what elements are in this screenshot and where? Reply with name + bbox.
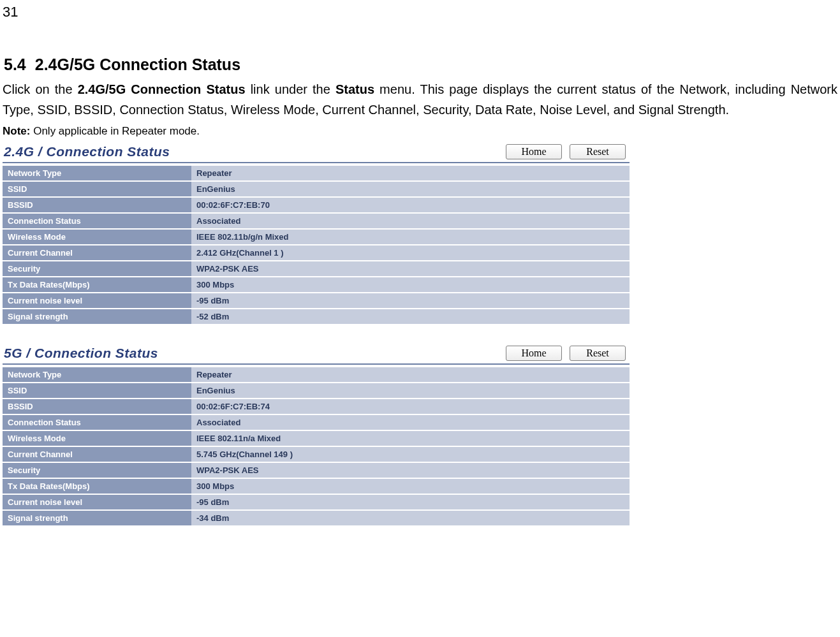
value-connection-status: Associated — [191, 213, 630, 229]
label-current-channel: Current Channel — [3, 245, 191, 261]
table-row: SSIDEnGenius — [3, 181, 630, 197]
label-connection-status: Connection Status — [3, 414, 191, 430]
value-current-channel: 2.412 GHz(Channel 1 ) — [191, 245, 630, 261]
value-wireless-mode: IEEE 802.11b/g/n Mixed — [191, 229, 630, 245]
table-row: BSSID00:02:6F:C7:EB:74 — [3, 399, 630, 414]
table-row: SecurityWPA2-PSK AES — [3, 261, 630, 277]
table-row: Current noise level-95 dBm — [3, 494, 630, 510]
value-bssid: 00:02:6F:C7:EB:74 — [191, 399, 630, 414]
label-current-noise: Current noise level — [3, 494, 191, 510]
section-title: 2.4G/5G Connection Status — [35, 55, 240, 73]
table-row: Tx Data Rates(Mbps)300 Mbps — [3, 478, 630, 494]
panel-title-2g: 2.4G / Connection Status — [4, 144, 170, 159]
home-button[interactable]: Home — [506, 144, 562, 159]
table-row: Tx Data Rates(Mbps)300 Mbps — [3, 277, 630, 293]
table-row: Wireless ModeIEEE 802.11n/a Mixed — [3, 430, 630, 446]
label-wireless-mode: Wireless Mode — [3, 229, 191, 245]
label-security: Security — [3, 261, 191, 277]
table-row: Network TypeRepeater — [3, 367, 630, 383]
value-current-noise: -95 dBm — [191, 494, 630, 510]
label-connection-status: Connection Status — [3, 213, 191, 229]
status-table-5g: Network TypeRepeater SSIDEnGenius BSSID0… — [3, 367, 630, 527]
table-row: Current Channel2.412 GHz(Channel 1 ) — [3, 245, 630, 261]
home-button[interactable]: Home — [506, 346, 562, 361]
value-wireless-mode: IEEE 802.11n/a Mixed — [191, 430, 630, 446]
table-row: Signal strength-34 dBm — [3, 510, 630, 526]
label-bssid: BSSID — [3, 197, 191, 213]
label-current-channel: Current Channel — [3, 446, 191, 462]
connection-status-panel-2g: 2.4G / Connection Status Home Reset Netw… — [3, 143, 630, 325]
reset-button[interactable]: Reset — [570, 144, 626, 159]
connection-status-panel-5g: 5G / Connection Status Home Reset Networ… — [3, 344, 630, 527]
note-line: Note: Only applicable in Repeater mode. — [3, 125, 837, 138]
label-security: Security — [3, 462, 191, 478]
intro-paragraph: Click on the 2.4G/5G Connection Status l… — [3, 79, 837, 120]
value-security: WPA2-PSK AES — [191, 462, 630, 478]
value-network-type: Repeater — [191, 367, 630, 383]
table-row: SSIDEnGenius — [3, 383, 630, 399]
value-bssid: 00:02:6F:C7:EB:70 — [191, 197, 630, 213]
table-row: Connection StatusAssociated — [3, 414, 630, 430]
note-label: Note: — [3, 125, 30, 137]
divider — [3, 363, 630, 365]
value-signal-strength: -52 dBm — [191, 309, 630, 325]
value-connection-status: Associated — [191, 414, 630, 430]
value-ssid: EnGenius — [191, 181, 630, 197]
label-signal-strength: Signal strength — [3, 510, 191, 526]
table-row: Connection StatusAssociated — [3, 213, 630, 229]
note-text: Only applicable in Repeater mode. — [30, 125, 200, 137]
section-number: 5.4 — [4, 55, 26, 73]
table-row: SecurityWPA2-PSK AES — [3, 462, 630, 478]
value-tx-data-rates: 300 Mbps — [191, 277, 630, 293]
label-network-type: Network Type — [3, 367, 191, 383]
label-bssid: BSSID — [3, 399, 191, 414]
label-tx-data-rates: Tx Data Rates(Mbps) — [3, 277, 191, 293]
label-network-type: Network Type — [3, 166, 191, 181]
value-signal-strength: -34 dBm — [191, 510, 630, 526]
table-row: BSSID00:02:6F:C7:EB:70 — [3, 197, 630, 213]
value-network-type: Repeater — [191, 166, 630, 181]
intro-mid1: link under the — [246, 82, 335, 96]
intro-bold-link: 2.4G/5G Connection Status — [78, 82, 246, 96]
label-signal-strength: Signal strength — [3, 309, 191, 325]
label-wireless-mode: Wireless Mode — [3, 430, 191, 446]
divider — [3, 162, 630, 163]
reset-button[interactable]: Reset — [570, 346, 626, 361]
table-row: Network TypeRepeater — [3, 166, 630, 181]
table-row: Current Channel5.745 GHz(Channel 149 ) — [3, 446, 630, 462]
label-ssid: SSID — [3, 383, 191, 399]
label-current-noise: Current noise level — [3, 293, 191, 309]
panel-title-5g: 5G / Connection Status — [4, 346, 158, 361]
value-tx-data-rates: 300 Mbps — [191, 478, 630, 494]
intro-bold-menu: Status — [335, 82, 374, 96]
label-ssid: SSID — [3, 181, 191, 197]
section-heading: 5.42.4G/5G Connection Status — [4, 55, 837, 74]
intro-pre: Click on the — [3, 82, 78, 96]
value-current-channel: 5.745 GHz(Channel 149 ) — [191, 446, 630, 462]
value-current-noise: -95 dBm — [191, 293, 630, 309]
table-row: Current noise level-95 dBm — [3, 293, 630, 309]
table-row: Signal strength-52 dBm — [3, 309, 630, 325]
label-tx-data-rates: Tx Data Rates(Mbps) — [3, 478, 191, 494]
table-row: Wireless ModeIEEE 802.11b/g/n Mixed — [3, 229, 630, 245]
value-ssid: EnGenius — [191, 383, 630, 399]
status-table-2g: Network TypeRepeater SSIDEnGenius BSSID0… — [3, 166, 630, 325]
value-security: WPA2-PSK AES — [191, 261, 630, 277]
page-number: 31 — [3, 4, 840, 20]
